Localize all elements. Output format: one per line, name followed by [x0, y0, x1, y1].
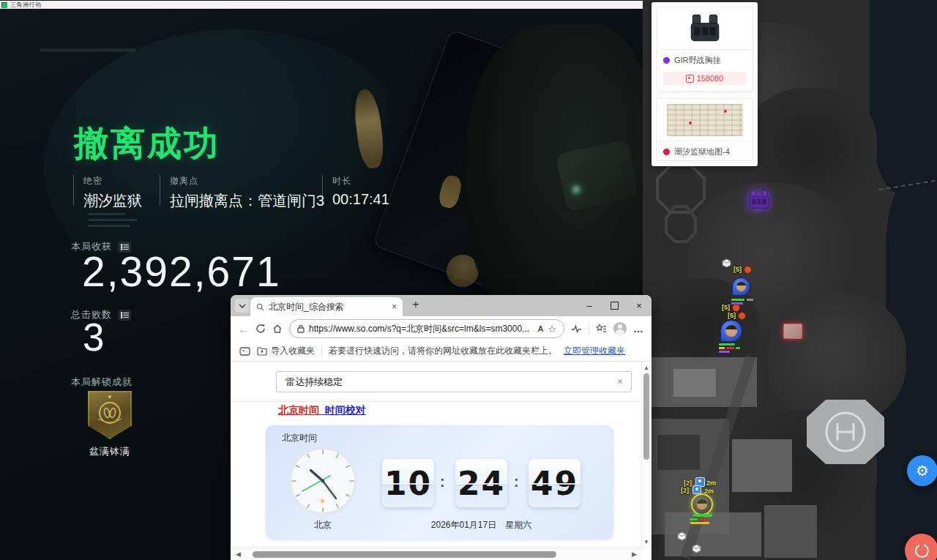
item-image-vest: [657, 7, 753, 50]
faint-hud-text: [88, 209, 139, 231]
window-maximize-button[interactable]: [602, 295, 627, 316]
stat-classified: 绝密 潮汐监狱: [73, 175, 142, 206]
loot-cube-icon: [677, 531, 687, 541]
enemy-dot: [738, 312, 746, 320]
horizontal-scrollbar[interactable]: ◀ ▶: [231, 548, 642, 560]
scroll-right-icon[interactable]: ▶: [632, 550, 637, 558]
loot-item-card[interactable]: GIR野战胸挂 158080: [656, 7, 753, 92]
map-building: [673, 369, 716, 397]
achievement-badge: [88, 391, 132, 439]
clock-date-row: 2026年01月17日星期六: [382, 519, 581, 531]
tab-title: 北京时间_综合搜索: [269, 301, 387, 313]
rarity-dot: [663, 149, 670, 155]
settings-button[interactable]: ⚙: [907, 455, 937, 486]
achievement-badge-name: 盆满钵满: [79, 445, 141, 458]
stat-extraction-point: 撤离点 拉闸撤离点：管道闸门3: [160, 175, 324, 206]
back-icon[interactable]: ←: [238, 323, 249, 335]
enemy-dot: [744, 266, 752, 274]
horizontal-scroll-thumb[interactable]: [253, 551, 556, 558]
squad-count-label: [5]: [722, 304, 730, 311]
scroll-up-icon[interactable]: ▲: [643, 365, 649, 371]
more-menu-icon[interactable]: …: [633, 323, 644, 335]
player-avatar-marker: [691, 493, 713, 515]
scroll-down-icon[interactable]: ▼: [643, 539, 649, 545]
window-titlebar: 三角洲行动: [0, 0, 643, 9]
flip-minute: 24: [455, 459, 507, 507]
result-link-rest[interactable]: _时间校对: [319, 404, 366, 416]
flip-colon: :: [440, 474, 445, 490]
map-water: [870, 0, 937, 194]
vertical-scrollbar[interactable]: ▲ ▼: [641, 362, 652, 548]
profile-avatar[interactable]: [613, 322, 627, 335]
import-favorites-button[interactable]: 导入收藏夹: [257, 345, 315, 357]
sidebar-icon[interactable]: [239, 347, 250, 356]
new-tab-button[interactable]: +: [408, 298, 423, 311]
browser-tab[interactable]: 北京时间_综合搜索 ×: [250, 297, 403, 316]
read-aloud-icon[interactable]: A: [537, 324, 543, 333]
app-icon: [1, 2, 7, 8]
lens-glow: [570, 183, 583, 196]
result-link-highlight[interactable]: 北京时间: [278, 404, 319, 416]
vertical-scroll-thumb[interactable]: [643, 373, 649, 460]
stat-label: 绝密: [83, 175, 142, 187]
clock-city: 北京: [288, 519, 358, 531]
search-clear-icon[interactable]: ×: [617, 376, 623, 387]
map-building: [732, 439, 792, 492]
clock-date: 2026年01月17日: [431, 520, 496, 530]
kills-detail-list-icon[interactable]: [118, 310, 131, 321]
map-marked-container: [783, 324, 802, 339]
enemy-dot: [732, 304, 740, 312]
item-name: GIR野战胸挂: [674, 55, 721, 66]
team-count-label: [2]: [681, 487, 689, 494]
teammate-distance: 2m: [706, 479, 716, 487]
favorites-hint-text: 若要进行快速访问，请将你的网址收藏放在此收藏夹栏上。: [329, 345, 557, 357]
search-result-link[interactable]: 北京时间_时间校对: [278, 404, 366, 417]
favorites-bar: 导入收藏夹 若要进行快速访问，请将你的网址收藏放在此收藏夹栏上。 立即管理收藏夹: [231, 341, 652, 362]
page-search-input[interactable]: [276, 371, 632, 392]
map-building: [657, 435, 700, 470]
analog-clock: ☀: [288, 446, 358, 516]
squad-count-label: [5]: [728, 312, 736, 319]
squad-count-label: [5]: [733, 266, 742, 273]
refresh-icon[interactable]: [255, 324, 266, 334]
browser-window: 北京时间_综合搜索 × + – × ← https://www.so.com/s…: [231, 295, 652, 560]
power-icon: [915, 544, 929, 558]
lock-icon: [297, 324, 305, 333]
tab-favicon-search-icon: [256, 303, 264, 311]
enemy-avatar-pin: [732, 277, 750, 296]
team-count-label: [2]: [684, 479, 692, 487]
clock-weekday: 星期六: [505, 520, 531, 530]
scroll-left-icon[interactable]: ◀: [236, 550, 241, 558]
map-item-vest-icon: [747, 189, 772, 211]
gear-icon: ⚙: [916, 462, 929, 479]
kills-value: 3: [83, 315, 105, 359]
address-bar: ← https://www.so.com/s?q=北京时间&src=lm&ls=…: [231, 316, 652, 341]
manage-favorites-link[interactable]: 立即管理收藏夹: [564, 345, 625, 357]
tab-search-chevron-icon[interactable]: [235, 299, 249, 313]
item-name: 潮汐监狱地图-4: [674, 146, 730, 157]
power-button[interactable]: [905, 534, 937, 560]
loot-item-card[interactable]: 潮汐监狱地图-4: [656, 98, 753, 161]
browser-essentials-icon[interactable]: [571, 324, 582, 334]
flip-colon: :: [514, 474, 519, 490]
web-page-content: × 北京时间_时间校对 北京时间 ☀: [231, 362, 652, 560]
window-close-button[interactable]: ×: [627, 295, 652, 316]
page-divider: [231, 401, 642, 402]
favorite-star-icon[interactable]: ☆: [548, 324, 556, 335]
favorites-hub-icon[interactable]: [596, 324, 607, 334]
favbar-divider: [321, 346, 322, 357]
import-favorites-label: 导入收藏夹: [271, 345, 315, 357]
stat-label: 撤离点: [170, 175, 324, 187]
home-icon[interactable]: [272, 324, 283, 334]
stat-value: 潮汐监狱: [83, 191, 142, 211]
window-minimize-button[interactable]: –: [577, 295, 602, 316]
url-field[interactable]: https://www.so.com/s?q=北京时间&src=lm&ls=sm…: [289, 319, 564, 338]
loot-item-popup: GIR野战胸挂 158080 潮汐监狱地图-4: [652, 2, 758, 166]
tab-close-icon[interactable]: ×: [392, 302, 397, 312]
extraction-result-title: 撤离成功: [74, 121, 220, 167]
rarity-dot: [663, 57, 670, 64]
flip-second: 49: [529, 459, 581, 507]
faint-hud-text: [40, 48, 135, 52]
clock-title: 北京时间: [282, 432, 317, 444]
map-building: [764, 505, 817, 558]
